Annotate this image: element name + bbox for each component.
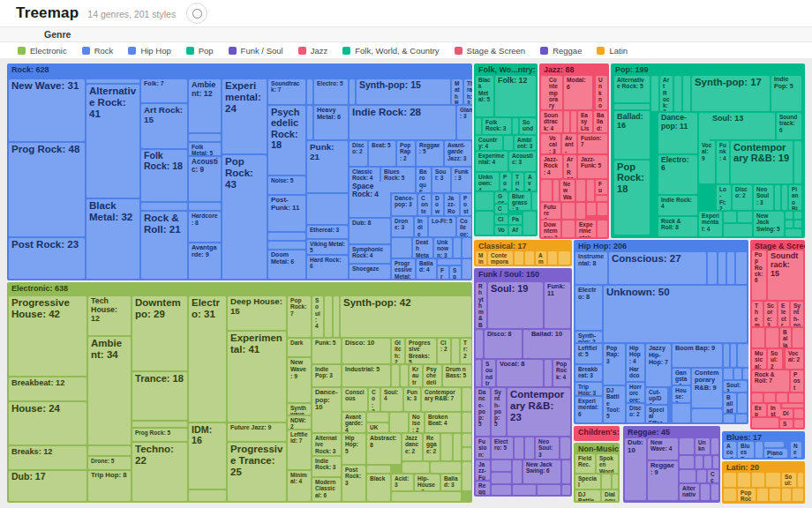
legend-item-latin[interactable]: Latin xyxy=(597,46,628,56)
cell-pop-rock[interactable]: Pop Rock: 6 xyxy=(752,250,766,300)
legend-item-reggae[interactable]: Reggae xyxy=(540,46,582,56)
cell-pop-rock[interactable]: Pop Rock xyxy=(738,489,756,501)
cell-hip-house[interactable]: Hip-House: 2 xyxy=(415,474,440,490)
cell-gos[interactable]: Gos xyxy=(495,192,508,203)
cell-art-rock[interactable]: Art Rock: 15 xyxy=(141,104,187,148)
cell[interactable] xyxy=(268,242,305,249)
cell-black[interactable]: Black xyxy=(367,474,390,501)
cell-inst[interactable]: Inst xyxy=(768,404,780,416)
cell[interactable] xyxy=(538,485,560,495)
cell-synth-pop[interactable]: Synth-pop: 17 xyxy=(692,76,770,111)
reset-zoom-button[interactable] xyxy=(186,3,207,24)
cell-soul[interactable]: Soul: 13 xyxy=(710,113,775,139)
cell[interactable] xyxy=(462,434,471,446)
cell-idm[interactable]: IDM: 16 xyxy=(189,423,226,489)
cell-horrorcore[interactable]: Horrorcore: 2 xyxy=(627,383,644,402)
cell-post-rock[interactable]: Post Rock: 2 xyxy=(791,370,803,392)
cell[interactable] xyxy=(718,252,726,284)
cell[interactable] xyxy=(683,76,690,111)
cell[interactable] xyxy=(492,473,511,483)
legend-item-electronic[interactable]: Electronic xyxy=(18,46,67,56)
cell[interactable] xyxy=(766,473,780,487)
cell-special-effects[interactable]: Special Effects xyxy=(646,406,667,422)
cell-rock-roll[interactable]: Rock & Roll: 8 xyxy=(658,217,697,236)
cell-noise[interactable]: Noise: 2 xyxy=(410,413,424,432)
cell-cla[interactable]: Cla xyxy=(495,215,508,224)
cell-avantgarde[interactable]: Avantgarde: 4 xyxy=(342,413,365,432)
cell[interactable] xyxy=(756,442,763,458)
cell[interactable] xyxy=(724,415,734,422)
cell-soundtrack[interactable]: Soundtrack: 4 xyxy=(541,111,562,132)
cell-exp[interactable]: Exp xyxy=(752,404,766,416)
cell[interactable] xyxy=(680,438,694,454)
cell-soul[interactable]: Soul: 4 xyxy=(381,388,402,411)
cell-jazz-funk[interactable]: Jazz-Funk: 5 xyxy=(578,155,607,178)
cell-future-jazz[interactable]: Future Jazz: 9 xyxy=(228,423,286,441)
cell[interactable] xyxy=(454,238,461,258)
cell-leftfield[interactable]: Leftfield: 7 xyxy=(288,430,311,469)
cell-conscious[interactable]: Conscious: 27 xyxy=(609,252,706,284)
cell[interactable] xyxy=(587,180,594,201)
cell-caj[interactable]: Caj xyxy=(495,205,508,213)
cell-soundtrack[interactable]: Soundtrack: 3 xyxy=(483,360,495,386)
cell-pop-rock[interactable]: Pop Rock: 7 xyxy=(288,296,311,337)
cell-rock-roll[interactable]: Rock & Roll: 21 xyxy=(141,212,187,279)
legend-item-rock[interactable]: Rock xyxy=(82,46,114,56)
cell[interactable] xyxy=(598,203,607,215)
cell[interactable] xyxy=(392,492,461,501)
cell[interactable] xyxy=(476,212,493,235)
cell-unknown[interactable]: Unknown: 50 xyxy=(604,286,747,342)
cell[interactable] xyxy=(736,252,747,284)
cell-synth-pop[interactable]: Synth-pop: 42 xyxy=(341,296,471,337)
cell[interactable] xyxy=(727,252,734,284)
cell[interactable] xyxy=(587,203,596,215)
cell-boom-bap[interactable]: Boom Bap: 9 xyxy=(673,344,722,367)
cell-gos[interactable] xyxy=(794,420,803,428)
legend-item-hip-hop[interactable]: Hip Hop xyxy=(128,46,170,56)
cell-progressive-metal[interactable]: Progressive Metal: 3 xyxy=(392,259,415,279)
cell-acoustic[interactable]: Acoustic: 9 xyxy=(189,157,221,201)
cell-tr[interactable]: Tr: 2 xyxy=(461,339,471,363)
cell-trance[interactable]: Trance: 18 xyxy=(132,372,187,420)
cell-disco[interactable]: Disco: 2 xyxy=(350,141,367,166)
cell-house[interactable]: House: 2 xyxy=(673,386,690,402)
cell-neo-soul[interactable]: Neo Soul: 3 xyxy=(754,185,773,210)
cell[interactable] xyxy=(757,489,768,501)
group-header-hip-hop[interactable]: Hip Hop: 206 xyxy=(574,240,748,253)
cell-techno[interactable]: Techno: 22 xyxy=(132,443,187,501)
cell-alternative-rock[interactable]: Alternative Rock: 3 xyxy=(312,434,341,455)
cell-special-effects[interactable]: Special Effects: 5 xyxy=(575,474,600,489)
cell[interactable] xyxy=(562,203,575,219)
cell-punk[interactable]: Punk: 5 xyxy=(312,339,341,363)
cell[interactable] xyxy=(438,259,461,265)
cell[interactable] xyxy=(752,418,778,428)
cell[interactable] xyxy=(738,212,752,222)
cell-pi[interactable] xyxy=(697,470,706,482)
cell-glitch[interactable]: Glitch: 2 xyxy=(392,339,404,363)
cell-synth-pop[interactable]: Synth-pop: 15 xyxy=(357,79,450,104)
cell-post-rock[interactable]: Post Rock: 23 xyxy=(9,238,85,279)
cell[interactable] xyxy=(724,212,736,222)
cell[interactable] xyxy=(571,111,576,132)
cell[interactable] xyxy=(431,462,461,473)
cell-score[interactable]: Score: 3 xyxy=(764,302,777,326)
cell-field-rec[interactable]: Field Rec. xyxy=(575,454,595,473)
cell[interactable] xyxy=(777,393,787,402)
cell[interactable] xyxy=(764,393,775,402)
cell-trip-hop[interactable]: Trip Hop: 3 xyxy=(575,383,602,395)
cell-new-wave[interactable]: New Wave: 31 xyxy=(9,79,85,141)
cell[interactable] xyxy=(680,456,694,468)
cell-ballad[interactable]: Ballad: 3 xyxy=(724,393,736,413)
cell-piano-blues[interactable] xyxy=(513,460,522,483)
cell-symphonic-rock[interactable]: Symphonic Rock: 4 xyxy=(350,245,390,263)
cell[interactable] xyxy=(752,393,763,402)
cell-future-jazz[interactable]: Future Jazz: 2 xyxy=(541,203,560,219)
cell-dance-pop[interactable]: Dance-pop: 5 xyxy=(476,388,490,436)
cell[interactable] xyxy=(268,233,305,240)
cell-synth-pop[interactable]: Synth-pop: 2 xyxy=(575,332,602,342)
cell-lo-fi[interactable]: Lo-Fi: 5 xyxy=(429,217,455,236)
cell[interactable] xyxy=(770,489,780,501)
cell-abstract[interactable]: Abstract: 8 xyxy=(367,434,401,464)
cell[interactable] xyxy=(564,111,569,132)
cell[interactable] xyxy=(598,220,607,237)
